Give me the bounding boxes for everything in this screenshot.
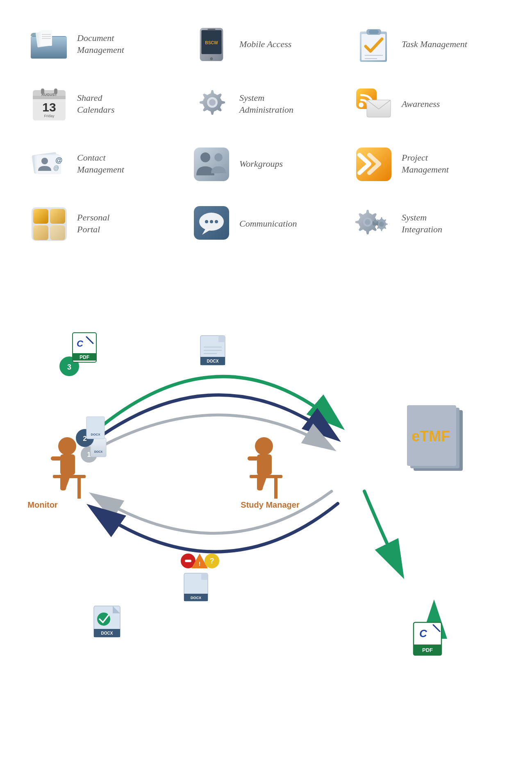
feature-personal-portal[interactable]: PersonalPortal <box>25 196 183 252</box>
svg-text:BSCW: BSCW <box>205 40 218 45</box>
svg-point-50 <box>205 220 208 223</box>
svg-point-31 <box>359 102 364 107</box>
svg-text:C: C <box>419 627 427 640</box>
svg-text:13: 13 <box>42 100 56 114</box>
svg-text:@: @ <box>53 165 59 171</box>
diagram-svg: Monitor Study Manager eTMF eTMF 1 <box>20 295 512 725</box>
svg-rect-46 <box>33 225 48 240</box>
svg-text:PDF: PDF <box>80 354 89 360</box>
workgroups-icon <box>191 143 232 184</box>
svg-rect-44 <box>33 209 48 224</box>
features-grid: DocumentManagement BSCW <box>0 0 532 260</box>
mobile-access-label: Mobile Access <box>239 39 291 50</box>
svg-rect-45 <box>50 209 65 224</box>
svg-rect-68 <box>257 454 272 475</box>
svg-text:@: @ <box>55 156 63 164</box>
svg-rect-26 <box>41 89 44 94</box>
svg-point-52 <box>215 220 218 223</box>
svg-text:DOCX: DOCX <box>191 596 201 600</box>
study-manager-label: Study Manager <box>241 500 300 509</box>
portal-icon <box>29 203 70 244</box>
svg-rect-101 <box>185 560 191 562</box>
svg-rect-94 <box>218 336 225 342</box>
system-integration-label: SystemIntegration <box>402 212 442 235</box>
svg-text:PDF: PDF <box>422 647 433 653</box>
svg-text:DOCX: DOCX <box>101 631 113 635</box>
document-management-label: DocumentManagement <box>77 32 124 56</box>
svg-text:DOCX: DOCX <box>94 450 103 453</box>
folder-icon <box>29 24 70 65</box>
svg-point-40 <box>200 152 210 162</box>
svg-rect-61 <box>60 454 75 475</box>
feature-mobile-access[interactable]: BSCW Mobile Access <box>187 16 345 72</box>
feature-awareness[interactable]: Awareness <box>349 76 507 132</box>
contact-icon: @ @ <box>29 143 70 184</box>
gear-icon <box>191 84 232 125</box>
svg-rect-42 <box>356 148 391 181</box>
svg-rect-27 <box>54 89 57 94</box>
feature-task-management[interactable]: Task Management <box>349 16 507 72</box>
svg-point-60 <box>58 437 76 455</box>
svg-text:C: C <box>77 338 84 349</box>
svg-rect-4 <box>41 30 52 46</box>
svg-text:DOCX: DOCX <box>91 433 100 436</box>
svg-rect-66 <box>274 478 277 499</box>
contact-management-label: ContactManagement <box>77 152 124 175</box>
awareness-label: Awareness <box>402 98 440 110</box>
task-icon <box>353 24 394 65</box>
feature-workgroups[interactable]: Workgroups <box>187 136 345 192</box>
awareness-icon <box>353 84 394 125</box>
svg-rect-47 <box>50 225 65 240</box>
svg-rect-106 <box>201 573 208 580</box>
svg-point-29 <box>209 99 216 106</box>
svg-rect-39 <box>194 148 229 181</box>
monitor-label: Monitor <box>27 500 58 509</box>
svg-point-51 <box>210 220 213 223</box>
svg-rect-71 <box>248 456 258 461</box>
personal-portal-label: PersonalPortal <box>77 212 109 235</box>
workgroups-label: Workgroups <box>239 158 283 170</box>
mobile-icon: BSCW <box>191 24 232 65</box>
feature-document-management[interactable]: DocumentManagement <box>25 16 183 72</box>
feature-contact-management[interactable]: @ @ ContactManagement <box>25 136 183 192</box>
feature-project-management[interactable]: ProjectManagement <box>349 136 507 192</box>
feature-shared-calendars[interactable]: AUGUST 13 Friday SharedCalendars <box>25 76 183 132</box>
svg-point-41 <box>214 153 223 161</box>
calendar-icon: AUGUST 13 Friday <box>29 84 70 125</box>
svg-text:2: 2 <box>83 435 86 443</box>
svg-point-55 <box>379 222 384 227</box>
feature-system-administration[interactable]: SystemAdministration <box>187 76 345 132</box>
system-administration-label: SystemAdministration <box>239 92 293 116</box>
svg-point-67 <box>255 437 273 455</box>
task-management-label: Task Management <box>402 39 467 50</box>
project-management-label: ProjectManagement <box>402 152 449 175</box>
workflow-diagram: Monitor Study Manager eTMF eTMF 1 <box>0 284 532 735</box>
shared-calendars-label: SharedCalendars <box>77 92 115 116</box>
svg-point-12 <box>210 57 213 60</box>
communication-label: Communication <box>239 218 297 230</box>
project-icon <box>353 143 394 184</box>
feature-system-integration[interactable]: SystemIntegration <box>349 196 507 252</box>
feature-communication[interactable]: Communication <box>187 196 345 252</box>
svg-text:?: ? <box>210 557 214 565</box>
svg-text:eTMF: eTMF <box>412 428 450 445</box>
svg-point-57 <box>374 220 377 223</box>
integration-icon <box>353 203 394 244</box>
svg-text:!: ! <box>199 561 201 567</box>
chat-icon <box>191 203 232 244</box>
svg-text:DOCX: DOCX <box>207 359 219 363</box>
svg-rect-17 <box>369 30 379 34</box>
svg-text:Friday: Friday <box>44 114 55 118</box>
svg-rect-64 <box>51 456 61 461</box>
svg-rect-59 <box>77 478 81 499</box>
svg-point-36 <box>41 158 48 164</box>
svg-text:3: 3 <box>67 363 71 371</box>
svg-rect-13 <box>208 29 216 30</box>
svg-text:1: 1 <box>87 451 91 458</box>
svg-point-54 <box>365 219 371 225</box>
